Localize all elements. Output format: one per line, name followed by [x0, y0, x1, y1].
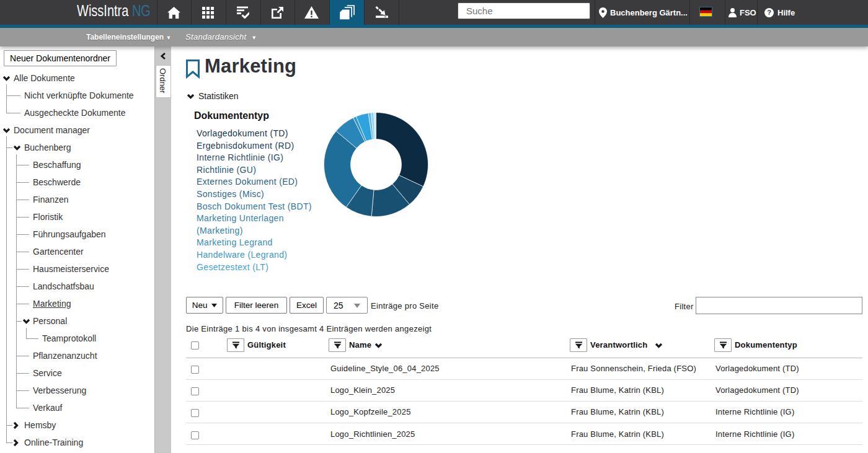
svg-text:?: ?: [767, 9, 771, 16]
